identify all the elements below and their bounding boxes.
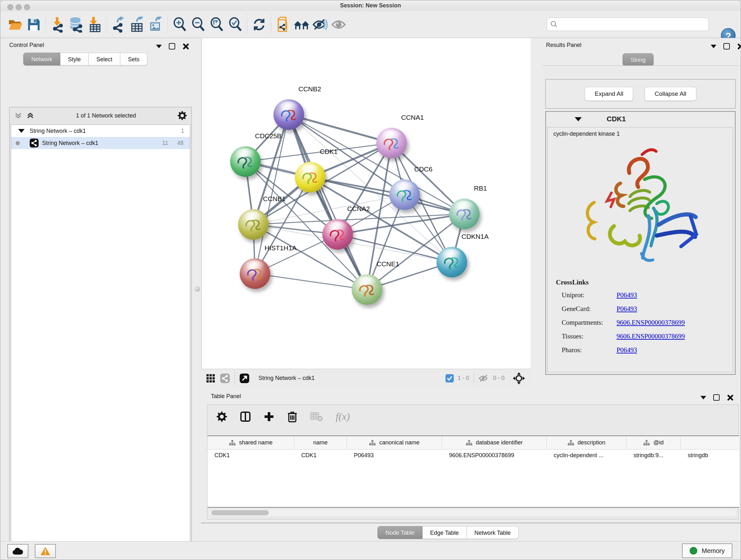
left-splitter-handle[interactable] (195, 287, 200, 292)
tab-network[interactable]: Network (23, 53, 60, 65)
string-network-icon (29, 138, 39, 148)
home-view-button[interactable] (292, 16, 311, 34)
column-header-database-identifier[interactable]: database identifier (442, 436, 547, 449)
network-canvas[interactable]: CCNB2CCNA1CDC25BCDK1CDC6RB1CCNB1CCNA2CDK… (201, 38, 531, 369)
tab-style[interactable]: Style (60, 53, 89, 65)
birdseye-nav-icon[interactable] (512, 372, 526, 385)
import-network-database-button[interactable] (67, 16, 85, 34)
create-column-plus-icon[interactable] (264, 411, 274, 422)
table-options-gear-icon[interactable] (216, 411, 227, 422)
network-edge[interactable] (253, 115, 289, 225)
network-node-rb1[interactable] (449, 199, 480, 229)
tab-string[interactable]: String (623, 53, 654, 66)
export-image-button[interactable] (146, 16, 165, 34)
network-node-hist1h1a[interactable] (240, 258, 270, 289)
collapse-all-networks-icon[interactable] (14, 111, 22, 120)
zoom-out-button[interactable] (189, 16, 207, 34)
network-node-ccnb2[interactable] (273, 99, 304, 130)
tab-node-table[interactable]: Node Table (378, 526, 422, 539)
hide-unhide-button[interactable] (311, 16, 329, 34)
zoom-fit-button[interactable] (207, 16, 226, 34)
network-edge[interactable] (255, 273, 367, 290)
table-cell[interactable]: CDK1 (294, 452, 347, 459)
results-panel-float-icon[interactable] (724, 43, 730, 50)
network-options-gear-icon[interactable] (178, 111, 187, 120)
network-node-cdkn1a[interactable] (436, 247, 467, 277)
control-panel-float-icon[interactable] (169, 43, 175, 50)
zoom-selected-button[interactable] (226, 16, 245, 34)
export-table-button[interactable] (128, 16, 146, 34)
selected-checkbox-icon[interactable] (446, 374, 454, 382)
crosslink-link[interactable]: 9606.ENSP00000378699 (616, 319, 685, 327)
crosslink-link[interactable]: P06493 (616, 346, 637, 354)
table-cell[interactable]: P06493 (347, 452, 442, 459)
show-columns-icon[interactable] (240, 411, 251, 422)
table-panel-title: Table Panel (211, 393, 241, 400)
table-panel-float-icon[interactable] (713, 394, 720, 401)
clone-network-button[interactable] (274, 16, 292, 34)
delete-column-trash-icon[interactable] (287, 411, 297, 422)
tab-sets[interactable]: Sets (120, 53, 147, 65)
export-network-button[interactable] (110, 16, 128, 34)
table-panel-close-icon[interactable] (727, 394, 733, 401)
column-header-description[interactable]: description (547, 436, 626, 449)
table-panel-float-menu-icon[interactable] (700, 396, 706, 399)
table-cell[interactable]: 9606.ENSP00000378699 (442, 452, 547, 459)
share-view-icon[interactable] (220, 373, 230, 383)
gene-collapse-icon[interactable] (575, 117, 582, 121)
save-session-button[interactable] (24, 16, 43, 34)
column-header-name[interactable]: name (294, 436, 347, 449)
table-cell[interactable]: stringdb (681, 452, 739, 459)
crosslink-link[interactable]: P06493 (616, 291, 637, 299)
results-panel-close-icon[interactable] (737, 43, 741, 50)
network-node-cdk1[interactable] (295, 162, 326, 192)
network-node-ccna2[interactable] (322, 219, 353, 250)
tab-select[interactable]: Select (89, 53, 120, 65)
import-table-button[interactable] (85, 16, 104, 34)
table-row[interactable]: CDK1CDK1P064939606.ENSP00000378699cyclin… (207, 449, 739, 461)
expand-all-button[interactable]: Expand All (585, 87, 633, 101)
crosslink-link[interactable]: P06493 (616, 305, 637, 313)
network-edge[interactable] (289, 115, 367, 290)
network-node-ccnb1[interactable] (238, 209, 269, 240)
search-input[interactable] (558, 21, 698, 28)
control-panel-float-menu-icon[interactable] (156, 45, 162, 48)
import-network-file-button[interactable] (49, 16, 67, 34)
crosslink-row: Pharos:P06493 (548, 343, 733, 357)
collapse-all-button[interactable]: Collapse All (645, 87, 696, 101)
network-node-cdc25b[interactable] (230, 146, 261, 177)
show-graphics-button[interactable] (329, 16, 348, 34)
network-row-selected[interactable]: String Network – cdk1 11 48 (11, 137, 190, 149)
control-panel-close-icon[interactable] (182, 43, 189, 50)
column-header-canonical-name[interactable]: canonical name (347, 436, 442, 449)
network-node-ccna1[interactable] (376, 128, 407, 159)
table-hscrollbar[interactable] (209, 509, 737, 516)
open-session-button[interactable] (6, 16, 24, 34)
table-hscrollbar-thumb[interactable] (211, 510, 269, 515)
table-cell[interactable]: CDK1 (207, 452, 294, 459)
network-node-ccne1[interactable] (352, 274, 382, 305)
table-cell[interactable]: stringdb:9... (626, 452, 681, 459)
results-panel-float-menu-icon[interactable] (711, 45, 717, 48)
protein-ribbon-icon (442, 254, 462, 272)
tab-edge-table[interactable]: Edge Table (422, 526, 467, 539)
gene-section-header[interactable]: CDK1 (546, 112, 735, 126)
cloud-status-button[interactable] (7, 544, 28, 558)
network-collection-row[interactable]: String Network – cdk1 1 (11, 125, 190, 137)
zoom-in-button[interactable] (171, 16, 189, 34)
column-header-shared-name[interactable]: shared name (207, 436, 294, 449)
column-header-label: name (313, 439, 327, 446)
grid-view-icon[interactable] (206, 374, 215, 383)
column-header-namespace[interactable]: namespace (681, 436, 739, 449)
expand-all-networks-icon[interactable] (26, 111, 35, 120)
warnings-button[interactable] (35, 544, 56, 558)
apply-layout-button[interactable] (250, 16, 268, 34)
memory-button[interactable]: Memory (682, 543, 732, 558)
network-node-cdc6[interactable] (389, 179, 420, 210)
collection-expand-icon[interactable] (18, 129, 24, 133)
column-header--id[interactable]: @id (626, 436, 681, 449)
detach-view-icon[interactable] (239, 373, 250, 383)
table-cell[interactable]: cyclin-dependent ... (547, 452, 626, 459)
crosslink-link[interactable]: 9606.ENSP00000378699 (616, 332, 685, 340)
tab-network-table[interactable]: Network Table (467, 526, 519, 539)
